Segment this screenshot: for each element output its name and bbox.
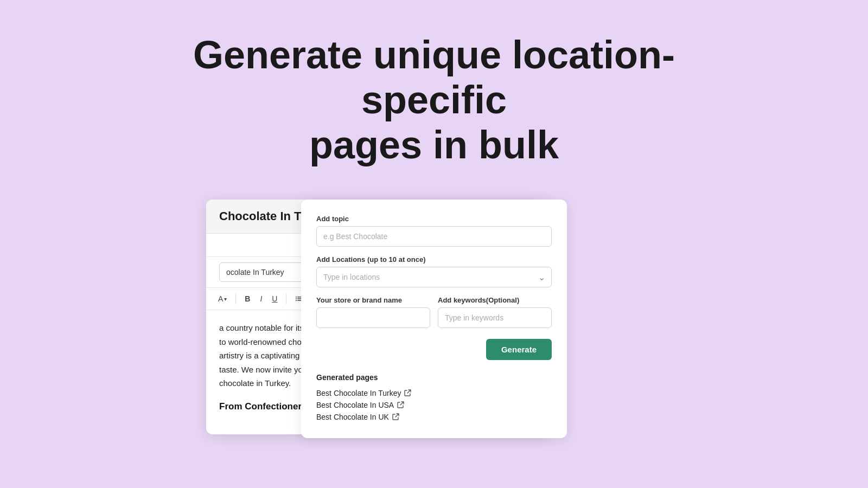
form-panel: Add topic Add Locations (up to 10 at onc… [301, 200, 567, 438]
hero-title: Generate unique location-specific pages … [190, 33, 678, 167]
hero-section: Generate unique location-specific pages … [0, 0, 868, 194]
add-locations-label: Add Locations (up to 10 at once) [316, 255, 552, 264]
generated-page-label-0: Best Chocolate In Turkey [316, 389, 401, 397]
keywords-label: Add keywords(Optional) [438, 296, 552, 304]
brand-keywords-row: Your store or brand name Add keywords(Op… [316, 296, 552, 328]
page-wrapper: Generate unique location-specific pages … [0, 0, 868, 488]
svg-point-4 [296, 298, 297, 299]
toolbar-bold-btn[interactable]: B [241, 292, 253, 305]
toolbar-underline-btn[interactable]: U [269, 292, 280, 305]
svg-point-3 [296, 297, 297, 298]
brand-name-label: Your store or brand name [316, 296, 430, 304]
generated-page-item-1[interactable]: Best Chocolate In USA [316, 399, 552, 411]
add-topic-label: Add topic [316, 215, 552, 223]
toolbar-sep-1 [235, 293, 236, 304]
generated-page-label-1: Best Chocolate In USA [316, 401, 394, 409]
generated-page-item-2[interactable]: Best Chocolate In UK [316, 411, 552, 423]
add-locations-section: Add Locations (up to 10 at once) Type in… [316, 255, 552, 287]
generated-page-item-0[interactable]: Best Chocolate In Turkey [316, 387, 552, 399]
brand-name-input[interactable] [316, 307, 430, 328]
generated-page-label-2: Best Chocolate In UK [316, 413, 389, 421]
toolbar-font-btn[interactable]: A ▾ [215, 292, 230, 305]
generated-pages-section: Generated pages Best Chocolate In Turkey… [316, 373, 552, 423]
locations-select-wrapper: Type in locations ⌄ [316, 267, 552, 287]
ui-container: Add topic Add Locations (up to 10 at onc… [0, 200, 868, 438]
generated-pages-title: Generated pages [316, 373, 552, 382]
keywords-input[interactable] [438, 307, 552, 328]
svg-point-5 [296, 300, 297, 301]
toolbar-italic-btn[interactable]: I [257, 292, 265, 305]
external-link-icon-0 [404, 389, 412, 397]
external-link-icon-2 [392, 413, 400, 421]
form-actions: Generate [316, 339, 552, 360]
brand-name-col: Your store or brand name [316, 296, 430, 328]
generate-button[interactable]: Generate [486, 339, 552, 360]
external-link-icon-1 [397, 401, 405, 409]
toolbar-sep-2 [286, 293, 286, 304]
locations-select[interactable]: Type in locations [316, 267, 552, 287]
add-topic-input[interactable] [316, 226, 552, 247]
keywords-col: Add keywords(Optional) [438, 296, 552, 328]
add-topic-section: Add topic [316, 215, 552, 247]
